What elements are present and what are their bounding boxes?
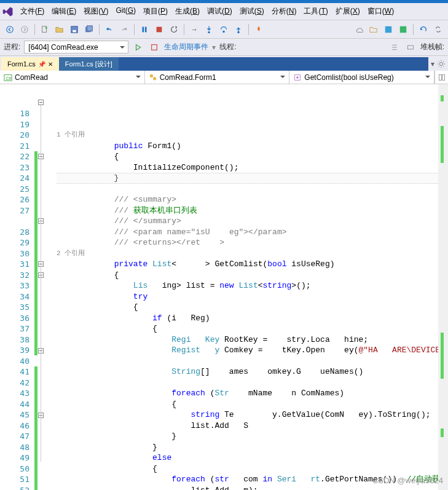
save-blue-icon[interactable]: [382, 23, 395, 36]
thread-label: 线程:: [219, 42, 236, 52]
code-editor[interactable]: 1819202122232425262728293031323334353637…: [0, 84, 448, 490]
code-content[interactable]: 1 个引用 public Form1() { InitializeCompone…: [57, 84, 448, 490]
break-all-button[interactable]: [148, 41, 160, 53]
menu-w[interactable]: 窗口(W): [364, 5, 397, 18]
folder-open-icon[interactable]: [367, 23, 380, 36]
csharp-project-icon: C#: [4, 73, 12, 82]
class-combo[interactable]: ComRead.Form1: [145, 71, 290, 84]
forward-button[interactable]: [18, 23, 31, 36]
navigation-bar: C# ComRead ComRead.Form1 GetComlist(bool…: [0, 71, 448, 84]
step-into-button[interactable]: [203, 23, 215, 36]
menu-d[interactable]: 调试(D): [204, 5, 235, 18]
stop-button[interactable]: [153, 23, 165, 36]
svg-rect-16: [407, 45, 413, 49]
svg-point-21: [153, 77, 156, 80]
debug-toolbar: 进程: [6404] ComRead.exe 生命周期事件 ▾ 线程: 堆栈帧:: [0, 39, 448, 56]
svg-point-23: [297, 76, 299, 79]
split-button[interactable]: [434, 71, 448, 84]
step-over-button[interactable]: [218, 23, 230, 36]
save-all-button[interactable]: [83, 23, 95, 36]
svg-rect-15: [152, 44, 157, 50]
menu-g[interactable]: Git(G): [112, 5, 139, 18]
class-icon: [149, 73, 157, 82]
menu-v[interactable]: 视图(V): [81, 5, 111, 18]
menu-x[interactable]: 扩展(X): [332, 5, 363, 18]
process-combo[interactable]: [6404] ComRead.exe: [24, 41, 128, 53]
svg-point-0: [7, 26, 14, 33]
step-out-button[interactable]: [232, 23, 245, 36]
pin-icon[interactable]: 📌: [38, 61, 45, 68]
save-button[interactable]: [68, 23, 81, 36]
svg-rect-7: [143, 26, 144, 32]
new-file-button[interactable]: [39, 23, 51, 36]
redo-button[interactable]: [118, 23, 130, 36]
cloud-sync-icon[interactable]: [353, 23, 365, 36]
svg-rect-13: [385, 26, 392, 33]
scope-combo[interactable]: C# ComRead: [0, 71, 145, 84]
process-label: 进程:: [4, 42, 20, 52]
line-number-gutter: 1819202122232425262728293031323334353637…: [0, 84, 34, 490]
back-button[interactable]: [4, 23, 16, 36]
menu-p[interactable]: 项目(P): [140, 5, 171, 18]
member-combo[interactable]: GetComlist(bool isUseReg): [289, 71, 434, 84]
method-icon: [293, 73, 302, 82]
main-toolbar: →: [0, 20, 448, 39]
hot-reload-button[interactable]: [253, 23, 265, 36]
restart-button[interactable]: [168, 23, 180, 36]
fold-toggle[interactable]: [38, 100, 44, 105]
svg-text:C#: C#: [6, 76, 12, 80]
process-icon[interactable]: [404, 41, 417, 53]
visual-studio-icon: [2, 6, 14, 17]
pause-button[interactable]: [138, 23, 151, 36]
svg-point-17: [439, 62, 442, 65]
tab-form1-cs[interactable]: Form1.cs 📌 ✕: [1, 57, 59, 71]
stackframe-label: 堆栈帧:: [420, 42, 444, 52]
thread-icon[interactable]: [388, 41, 401, 53]
vertical-scrollbar[interactable]: [438, 84, 448, 490]
svg-point-10: [208, 31, 210, 33]
menu-f[interactable]: 文件(F): [17, 5, 47, 18]
document-tabs: Form1.cs 📌 ✕ Form1.cs [设计] ▾: [0, 56, 448, 71]
svg-rect-6: [87, 25, 93, 31]
svg-rect-25: [442, 74, 444, 80]
continue-button[interactable]: [132, 41, 144, 53]
svg-rect-4: [73, 30, 76, 32]
tab-form1-designer[interactable]: Form1.cs [设计]: [59, 57, 119, 71]
tab-dropdown-button[interactable]: ▾: [431, 60, 434, 68]
menu-s[interactable]: 测试(S): [237, 5, 267, 18]
menu-t[interactable]: 工具(T): [301, 5, 331, 18]
undo-button[interactable]: [103, 23, 116, 36]
outline-column: [34, 84, 57, 490]
svg-point-20: [149, 74, 152, 77]
menu-b[interactable]: 生成(B): [172, 5, 203, 18]
svg-point-12: [237, 31, 240, 33]
svg-rect-24: [439, 74, 441, 80]
svg-point-1: [22, 26, 28, 33]
svg-rect-8: [145, 26, 147, 32]
show-next-statement-button[interactable]: →: [188, 23, 200, 36]
refresh-icon[interactable]: [417, 23, 430, 36]
svg-rect-14: [400, 26, 407, 33]
save-green-icon[interactable]: [397, 23, 409, 36]
close-icon[interactable]: ✕: [48, 61, 53, 68]
menu-n[interactable]: 分析(N): [269, 5, 300, 18]
menu-bar: 文件(F)编辑(E)视图(V)Git(G)项目(P)生成(B)调试(D)测试(S…: [0, 3, 448, 20]
svg-point-11: [222, 30, 225, 33]
svg-rect-2: [42, 26, 47, 32]
sync-icon[interactable]: [432, 23, 444, 36]
svg-rect-9: [157, 26, 162, 32]
lifecycle-events-link[interactable]: 生命周期事件: [164, 42, 208, 52]
watermark: CSDN @weijia3624: [372, 476, 443, 485]
menu-e[interactable]: 编辑(E): [49, 5, 79, 18]
settings-gear-icon[interactable]: [437, 60, 446, 68]
open-file-button[interactable]: [53, 23, 66, 36]
